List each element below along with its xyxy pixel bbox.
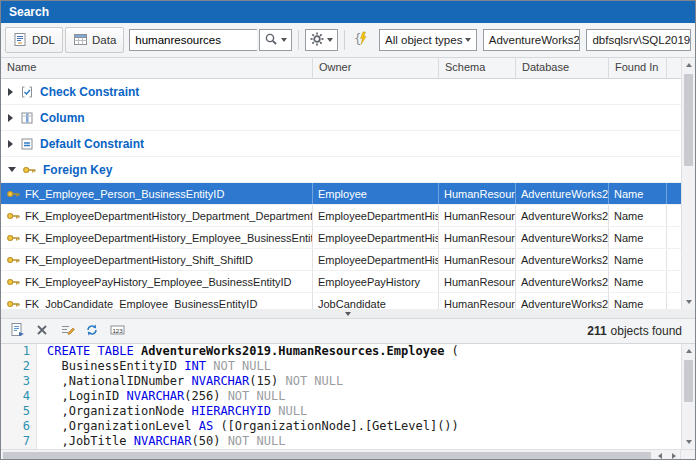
result-name-cell: FK_EmployeePayHistory_Employee_BusinessE… — [1, 271, 313, 292]
object-types-combo[interactable]: All object types — [379, 29, 477, 51]
toolbar-separator — [298, 30, 299, 50]
sql-preview-editor[interactable]: 1234567 CREATE TABLE AdventureWorks2019.… — [1, 344, 695, 449]
edit-button[interactable] — [56, 321, 78, 341]
scroll-thumb[interactable] — [3, 452, 651, 460]
code-gutter: 1234567 — [1, 344, 37, 449]
default-constraint-icon — [19, 136, 34, 151]
result-cell: Name — [609, 249, 667, 270]
toolbar-separator — [344, 30, 345, 50]
database-value: AdventureWorks2019 — [489, 34, 581, 46]
result-cell: HumanResources — [439, 293, 516, 309]
result-cell: EmployeePayHistory — [313, 271, 439, 292]
ddl-button-label: DDL — [32, 34, 55, 46]
data-toggle-button[interactable]: Data — [65, 27, 124, 53]
result-cell: JobCandidate — [313, 293, 439, 309]
scroll-thumb[interactable] — [684, 360, 693, 402]
line-number: 3 — [1, 374, 30, 389]
scroll-down-button[interactable] — [682, 295, 695, 309]
group-row-check-constraint[interactable]: Check Constraint — [1, 79, 695, 105]
result-row[interactable]: FK_EmployeeDepartmentHistory_Department_… — [1, 205, 695, 227]
group-row-default-constraint[interactable]: Default Constraint — [1, 131, 695, 157]
chevron-down-icon — [345, 312, 351, 316]
column-header-owner[interactable]: Owner — [313, 58, 439, 78]
code-line: ,NationalIDNumber NVARCHAR(15) NOT NULL — [47, 374, 459, 389]
scroll-thumb[interactable] — [684, 74, 693, 166]
line-number: 2 — [1, 359, 30, 374]
titlebar[interactable]: Search — [1, 1, 695, 23]
refresh-button[interactable] — [81, 321, 103, 341]
ddl-toggle-button[interactable]: DDL — [5, 27, 63, 53]
column-header-database[interactable]: Database — [516, 58, 609, 78]
rowcount-button[interactable]: 123 — [106, 321, 128, 341]
main-toolbar: DDL Data { All obj — [1, 23, 695, 58]
grid-header: NameOwnerSchemaDatabaseFound In — [1, 58, 695, 79]
expander-icon[interactable] — [8, 167, 16, 172]
result-cell: Name — [609, 271, 667, 292]
scroll-right-button[interactable] — [667, 450, 681, 460]
scroll-up-button[interactable] — [682, 58, 695, 72]
result-row[interactable]: FK_EmployeePayHistory_Employee_BusinessE… — [1, 271, 695, 293]
column-header-name[interactable]: Name — [1, 58, 313, 78]
column-header-found-in[interactable]: Found In — [609, 58, 667, 78]
delete-button[interactable] — [31, 321, 53, 341]
group-row-column[interactable]: Column — [1, 105, 695, 131]
code-line: CREATE TABLE AdventureWorks2019.HumanRes… — [47, 344, 459, 359]
script-button[interactable] — [6, 321, 28, 341]
result-cell: Name — [609, 183, 667, 204]
result-cell: Name — [609, 227, 667, 248]
result-name-cell: FK_EmployeeDepartmentHistory_Shift_Shift… — [1, 249, 313, 270]
scroll-left-button[interactable] — [653, 450, 667, 460]
scroll-down-button[interactable] — [682, 435, 695, 449]
data-button-label: Data — [92, 34, 116, 46]
editor-vertical-scrollbar[interactable] — [681, 344, 695, 449]
result-name: FK_JobCandidate_Employee_BusinessEntityI… — [25, 298, 257, 310]
expander-icon[interactable] — [8, 88, 13, 96]
scroll-up-button[interactable] — [682, 344, 695, 358]
combo-arrow-icon — [690, 38, 691, 42]
search-button[interactable] — [259, 29, 292, 51]
expander-icon[interactable] — [8, 114, 13, 122]
key-icon — [6, 230, 21, 245]
results-grid: NameOwnerSchemaDatabaseFound In Check Co… — [1, 58, 695, 309]
expander-icon[interactable] — [8, 140, 13, 148]
key-icon — [6, 296, 21, 309]
panel-splitter[interactable] — [1, 309, 695, 319]
result-cell: HumanResources — [439, 271, 516, 292]
result-cell: HumanResources — [439, 183, 516, 204]
editor-horizontal-scrollbar[interactable] — [1, 449, 695, 460]
grid-vertical-scrollbar[interactable] — [681, 58, 695, 309]
collapse-panel-button[interactable] — [333, 309, 363, 318]
delete-icon — [35, 323, 49, 340]
settings-dropdown-arrow-icon — [327, 38, 333, 42]
search-input[interactable] — [129, 29, 257, 51]
code-line: ,JobTitle NVARCHAR(50) NOT NULL — [47, 434, 459, 449]
script-icon — [10, 322, 25, 340]
result-row[interactable]: FK_EmployeeDepartmentHistory_Shift_Shift… — [1, 249, 695, 271]
result-row[interactable]: FK_Employee_Person_BusinessEntityIDEmplo… — [1, 183, 695, 205]
result-cell: EmployeeDepartmentHistory — [313, 227, 439, 248]
search-window: Search DDL Data — [0, 0, 696, 460]
result-row[interactable]: FK_EmployeeDepartmentHistory_Employee_Bu… — [1, 227, 695, 249]
braces-lightning-icon: { — [354, 31, 370, 49]
result-name-cell: FK_EmployeeDepartmentHistory_Department_… — [1, 205, 313, 226]
result-cell: AdventureWorks2019 — [516, 227, 609, 248]
result-cell: Name — [609, 205, 667, 226]
edit-icon — [60, 323, 75, 340]
server-combo[interactable]: dbfsqlsrv\SQL2019 — [586, 29, 691, 51]
line-number: 1 — [1, 344, 30, 359]
group-label: Default Constraint — [40, 137, 144, 151]
settings-button[interactable] — [305, 29, 338, 51]
result-name: FK_EmployeeDepartmentHistory_Shift_Shift… — [25, 254, 253, 266]
result-name-cell: FK_EmployeeDepartmentHistory_Employee_Bu… — [1, 227, 313, 248]
server-value: dbfsqlsrv\SQL2019 — [592, 34, 690, 46]
database-combo[interactable]: AdventureWorks2019 — [483, 29, 581, 51]
result-cell: EmployeeDepartmentHistory — [313, 205, 439, 226]
code-line: ,OrganizationLevel AS ([OrganizationNode… — [47, 419, 459, 434]
result-row[interactable]: FK_JobCandidate_Employee_BusinessEntityI… — [1, 293, 695, 309]
group-row-foreign-key[interactable]: Foreign Key — [1, 157, 695, 183]
search-in-ddl-button[interactable]: { — [351, 29, 373, 51]
objects-count-label: objects found — [611, 324, 682, 338]
svg-text:123: 123 — [112, 326, 123, 333]
foreign-key-icon — [22, 162, 37, 177]
column-header-schema[interactable]: Schema — [439, 58, 516, 78]
